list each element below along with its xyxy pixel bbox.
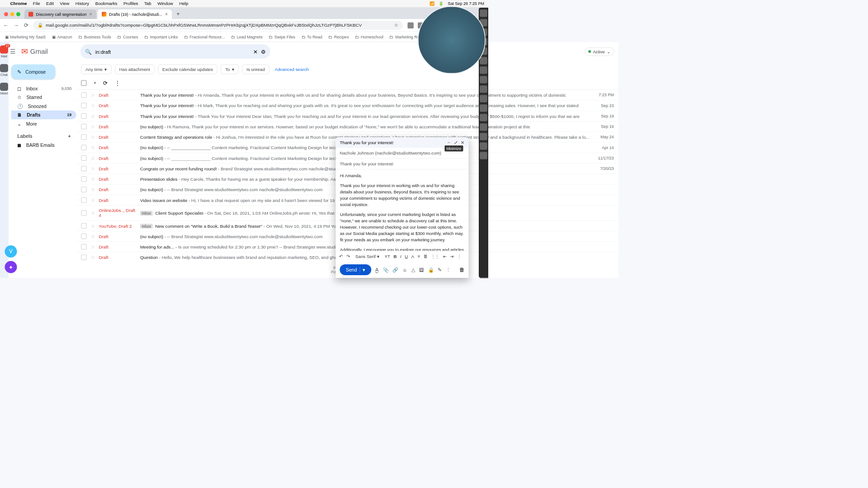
menu-file[interactable]: File [33, 1, 40, 6]
star-icon[interactable]: ☆ [90, 255, 94, 260]
row-checkbox[interactable] [81, 223, 86, 229]
bookmark-item[interactable]: 🗀Courses [117, 34, 138, 39]
mail-row[interactable]: ☆DraftThank you for your interest! - Hi … [76, 90, 618, 100]
bulleted-list-icon[interactable]: ⋮⋮ [431, 254, 440, 259]
compose-subject-field[interactable]: Thank you for your interest! [336, 159, 469, 169]
discard-button[interactable]: 🗑 [459, 267, 465, 273]
star-icon[interactable]: ☆ [90, 244, 94, 249]
dock-app-icon[interactable] [480, 76, 487, 84]
dock-app-icon[interactable] [480, 104, 487, 112]
row-checkbox[interactable] [81, 234, 86, 239]
menu-view[interactable]: View [60, 1, 69, 6]
star-icon[interactable]: ☆ [90, 187, 94, 192]
pen-icon[interactable]: ✎ [438, 267, 442, 272]
format-toggle obrázek-icon[interactable]: A̲ [375, 267, 379, 272]
emoji-icon[interactable]: ☺ [402, 267, 407, 272]
more-icon[interactable]: ⋮ [446, 267, 451, 272]
advanced-search-link[interactable]: Advanced search [275, 67, 309, 72]
menu-history[interactable]: History [75, 1, 89, 6]
dock-app-icon[interactable] [480, 123, 487, 131]
underline-icon[interactable]: U [405, 254, 408, 259]
sidebar-item-snoozed[interactable]: 🕐Snoozed [11, 102, 76, 111]
row-checkbox[interactable] [81, 145, 86, 150]
bookmark-item[interactable]: 🗀Fractional Resour... [184, 34, 225, 39]
sidebar-item-more[interactable]: ⌄More [11, 119, 76, 128]
row-checkbox[interactable] [81, 210, 86, 216]
menubar-icon[interactable]: 📶 [429, 1, 434, 6]
sidebar-item-inbox[interactable]: ◻Inbox9,030 [11, 84, 76, 93]
webcam-overlay[interactable] [418, 6, 486, 74]
row-checkbox[interactable] [81, 187, 86, 192]
menu-tab[interactable]: Tab [144, 1, 151, 6]
image-icon[interactable]: 🖼 [419, 267, 424, 272]
bookmark-item[interactable]: 🗀Lead Magnets [231, 34, 263, 39]
window-controls[interactable] [3, 12, 23, 19]
filter-to[interactable]: To▾ [221, 65, 239, 75]
menu-window[interactable]: Window [157, 1, 173, 6]
sidebar-item-drafts[interactable]: 🗎Drafts19 [11, 111, 76, 120]
star-icon[interactable]: ☆ [90, 234, 94, 239]
star-icon[interactable]: ☆ [90, 145, 94, 150]
row-checkbox[interactable] [81, 103, 86, 108]
sidebar-label-item[interactable]: ◼BARB Emails [11, 141, 76, 150]
sidebar-item-starred[interactable]: ☆Starred [11, 93, 76, 102]
search-options-icon[interactable]: ⚙ [261, 48, 266, 55]
row-checkbox[interactable] [81, 92, 86, 98]
rail-mail[interactable]: 27 Mail [0, 46, 8, 58]
close-tab-icon[interactable]: × [90, 12, 92, 17]
text-color-icon[interactable]: A [411, 254, 415, 259]
status-chip[interactable]: Active ⌄ [585, 47, 614, 56]
row-checkbox[interactable] [81, 134, 86, 140]
dock-app-icon[interactable] [480, 57, 487, 65]
redo-icon[interactable]: ↷ [346, 254, 350, 259]
filter-anytime[interactable]: Any time▾ [81, 65, 111, 75]
compose-header[interactable]: Thank you for your interest! − ⤢ ✕ Minim… [336, 137, 469, 148]
star-icon[interactable]: ☆ [90, 103, 94, 108]
star-icon[interactable]: ☆ [90, 92, 94, 97]
dock-app-icon[interactable] [480, 114, 487, 122]
dock-app-icon[interactable] [480, 9, 487, 17]
numbered-list-icon[interactable]: ≣ [424, 254, 427, 259]
bookmark-item[interactable]: ▣Amazon [52, 34, 72, 39]
hamburger-icon[interactable]: ☰ [10, 48, 15, 56]
reload-button[interactable]: ⟳ [24, 22, 28, 28]
font-select[interactable]: Sans Serif ▾ [354, 253, 382, 259]
dock-app-icon[interactable] [480, 142, 487, 150]
bold-icon[interactable]: B [393, 254, 396, 259]
star-icon[interactable]: ☆ [90, 124, 94, 129]
bookmark-item[interactable]: 🗀Recipes [328, 34, 349, 39]
menubar-icon[interactable]: 🔋 [439, 1, 443, 6]
row-checkbox[interactable] [81, 166, 86, 171]
mail-row[interactable]: ☆DraftThank you for your interest! - Tha… [76, 111, 618, 121]
star-icon[interactable]: ☆ [90, 197, 94, 202]
bookmark-item[interactable]: 🗀Important Links [144, 34, 178, 39]
dock-app-icon[interactable] [480, 152, 487, 160]
star-icon[interactable]: ☆ [90, 113, 94, 118]
filter-unread[interactable]: Is unread [242, 65, 269, 75]
row-checkbox[interactable] [81, 176, 86, 182]
lock-icon[interactable]: 🔒 [428, 267, 434, 272]
link-icon[interactable]: 🔗 [392, 267, 398, 272]
compose-body[interactable]: Hi Amanda, Thank you for your interest i… [336, 169, 469, 251]
close-tab-icon[interactable]: × [165, 12, 168, 17]
drive-icon[interactable]: △ [411, 267, 415, 272]
row-checkbox[interactable] [81, 244, 86, 249]
mail-row[interactable]: ☆Draft(no subject) - Hi Ramona, Thank yo… [76, 122, 618, 132]
search-input[interactable] [95, 49, 250, 55]
row-checkbox[interactable] [81, 197, 86, 203]
menu-edit[interactable]: Edit [46, 1, 54, 6]
bookmark-item[interactable]: 🗀To Read [302, 34, 322, 39]
new-tab-button[interactable]: + [173, 9, 183, 19]
row-checkbox[interactable] [81, 113, 86, 119]
maximize-window-icon[interactable] [16, 12, 20, 16]
assistant-floating-button[interactable]: ✦ [5, 261, 17, 273]
row-checkbox[interactable] [81, 155, 86, 161]
close-icon[interactable]: ✕ [461, 140, 464, 145]
more-button[interactable]: ⋮ [115, 80, 120, 86]
star-icon[interactable]: ☆ [90, 166, 94, 171]
gmail-logo[interactable]: ✉ Gmail [21, 47, 48, 56]
dock-app-icon[interactable] [480, 95, 487, 103]
bookmark-item[interactable]: 🗀Homeschool [355, 34, 383, 39]
star-icon[interactable]: ☆ [90, 210, 94, 215]
font-size-icon[interactable]: ᴛT [385, 254, 390, 259]
